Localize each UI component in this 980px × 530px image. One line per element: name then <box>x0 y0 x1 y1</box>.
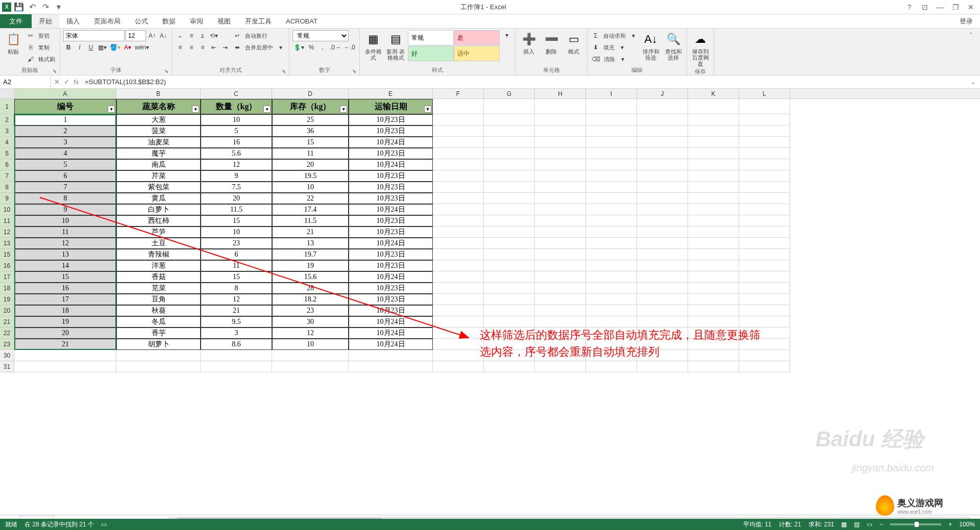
cell-L8[interactable] <box>739 182 790 193</box>
cell-D6[interactable]: 20 <box>272 159 349 170</box>
merge-center-button[interactable]: 合并后居中 <box>243 44 275 52</box>
cell-E20[interactable]: 10月23日 <box>349 305 433 316</box>
copy-button[interactable]: 复制 <box>37 44 51 52</box>
header-number[interactable]: 编号▾ <box>14 99 116 114</box>
cell-D12[interactable]: 21 <box>272 226 349 238</box>
header-stock[interactable]: 库存（kg）▾ <box>272 99 349 114</box>
cell-K4[interactable] <box>688 137 739 148</box>
cell-K13[interactable] <box>688 238 739 249</box>
cell-E13[interactable]: 10月24日 <box>349 238 433 249</box>
cell-H10[interactable] <box>535 204 586 215</box>
help-icon[interactable]: ? <box>902 2 917 13</box>
cell-H18[interactable] <box>535 283 586 294</box>
cell-K12[interactable] <box>688 226 739 238</box>
row-header-6[interactable]: 6 <box>0 159 14 170</box>
cell-C21[interactable]: 9.5 <box>201 316 272 327</box>
cell-C30[interactable] <box>201 350 272 361</box>
cell-I31[interactable] <box>586 361 637 372</box>
header-date-filter-icon[interactable]: ▼ <box>424 106 431 113</box>
cell-G4[interactable] <box>484 137 535 148</box>
status-record-icon[interactable]: ▭ <box>101 521 107 528</box>
cell-E18[interactable]: 10月23日 <box>349 283 433 294</box>
column-header-F[interactable]: F <box>433 89 484 98</box>
zoom-level[interactable]: 100% <box>959 521 975 528</box>
row-header-3[interactable]: 3 <box>0 125 14 137</box>
cell-D11[interactable]: 11.5 <box>272 215 349 226</box>
row-header-19[interactable]: 19 <box>0 294 14 305</box>
cell-J5[interactable] <box>637 148 688 159</box>
column-header-B[interactable]: B <box>116 89 201 98</box>
cell-G31[interactable] <box>484 361 535 372</box>
font-color-button[interactable]: A▾ <box>122 42 133 53</box>
cell-L11[interactable] <box>739 215 790 226</box>
cell-B12[interactable]: 芦笋 <box>116 226 201 238</box>
align-left-icon[interactable]: ≡ <box>175 42 185 53</box>
column-header-H[interactable]: H <box>535 89 586 98</box>
cell-D16[interactable]: 19 <box>272 260 349 271</box>
cell-I12[interactable] <box>586 226 637 238</box>
cell-D15[interactable]: 19.7 <box>272 249 349 260</box>
cell-J2[interactable] <box>637 114 688 125</box>
row-header-4[interactable]: 4 <box>0 137 14 148</box>
cell-J12[interactable] <box>637 226 688 238</box>
cell-A15[interactable]: 13 <box>14 249 116 260</box>
cell-H5[interactable] <box>535 148 586 159</box>
cell-H11[interactable] <box>535 215 586 226</box>
cell-J31[interactable] <box>637 361 688 372</box>
cell-E31[interactable] <box>349 361 433 372</box>
cell-J20[interactable] <box>637 305 688 316</box>
view-page-layout-icon[interactable]: ▤ <box>854 521 860 528</box>
cell-D8[interactable]: 10 <box>272 182 349 193</box>
cell-B16[interactable]: 洋葱 <box>116 260 201 271</box>
cell-C16[interactable]: 11 <box>201 260 272 271</box>
cell-F20[interactable] <box>433 305 484 316</box>
cell-B3[interactable]: 菠菜 <box>116 125 201 137</box>
cell-D18[interactable]: 28 <box>272 283 349 294</box>
cell-A31[interactable] <box>14 361 116 372</box>
cell-D13[interactable]: 13 <box>272 238 349 249</box>
save-baidu-button[interactable]: ☁保存到 百度网盘 <box>690 30 710 67</box>
login-link[interactable]: 登录 <box>952 14 980 28</box>
cell-C20[interactable]: 21 <box>201 305 272 316</box>
cell-I5[interactable] <box>586 148 637 159</box>
clear-button[interactable]: 清除 <box>602 56 617 63</box>
cell-F31[interactable] <box>433 361 484 372</box>
cell-E10[interactable]: 10月24日 <box>349 204 433 215</box>
cell-I15[interactable] <box>586 249 637 260</box>
cell-J17[interactable] <box>637 271 688 283</box>
cell-I19[interactable] <box>586 294 637 305</box>
cell-L13[interactable] <box>739 238 790 249</box>
cut-icon[interactable]: ✂ <box>26 31 36 41</box>
cell-F10[interactable] <box>433 204 484 215</box>
zoom-out-icon[interactable]: − <box>879 521 883 528</box>
cell-E22[interactable]: 10月24日 <box>349 327 433 339</box>
cell-G1[interactable] <box>484 99 535 114</box>
cell-B10[interactable]: 白萝卜 <box>116 204 201 215</box>
cell-F6[interactable] <box>433 159 484 170</box>
cell-B20[interactable]: 秋葵 <box>116 305 201 316</box>
view-normal-icon[interactable]: ▦ <box>841 521 847 528</box>
format-painter-icon[interactable]: 🖌 <box>26 54 36 64</box>
cell-F4[interactable] <box>433 137 484 148</box>
font-name-input[interactable] <box>63 30 125 41</box>
cell-G9[interactable] <box>484 193 535 204</box>
column-header-L[interactable]: L <box>739 89 790 98</box>
cell-L4[interactable] <box>739 137 790 148</box>
spreadsheet-grid[interactable]: ABCDEFGHIJKL 1编号▾蔬菜名称▾数量（kg）▾库存（kg）▾运输日期… <box>0 89 980 515</box>
qat-customize-icon[interactable]: ▾ <box>53 2 64 13</box>
cell-A30[interactable] <box>14 350 116 361</box>
cell-E30[interactable] <box>349 350 433 361</box>
tab-formulas[interactable]: 公式 <box>128 14 155 28</box>
cell-G17[interactable] <box>484 271 535 283</box>
border-button[interactable]: ▦▾ <box>97 42 108 53</box>
cell-C15[interactable]: 6 <box>201 249 272 260</box>
cell-H4[interactable] <box>535 137 586 148</box>
cell-F17[interactable] <box>433 271 484 283</box>
cell-L20[interactable] <box>739 305 790 316</box>
tab-view[interactable]: 视图 <box>210 14 238 28</box>
cell-C10[interactable]: 11.5 <box>201 204 272 215</box>
row-header-13[interactable]: 13 <box>0 238 14 249</box>
cell-J11[interactable] <box>637 215 688 226</box>
cell-K11[interactable] <box>688 215 739 226</box>
cell-G15[interactable] <box>484 249 535 260</box>
